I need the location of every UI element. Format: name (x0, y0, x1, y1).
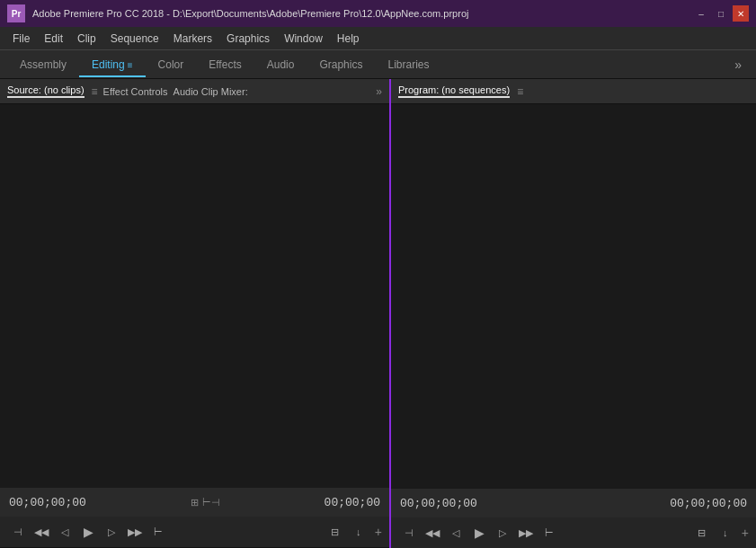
source-step-back-btn[interactable]: ◀◀ (31, 521, 52, 543)
workspace-more-btn[interactable]: » (727, 54, 749, 75)
menu-item-edit[interactable]: Edit (37, 31, 70, 47)
menu-item-markers[interactable]: Markers (166, 31, 219, 47)
maximize-button[interactable]: □ (713, 5, 729, 22)
program-timecode-left: 00;00;00;00 (400, 497, 477, 510)
program-go-in-btn[interactable]: ⊣ (398, 522, 420, 544)
source-play-back-btn[interactable]: ◁ (54, 521, 76, 543)
source-timecode-right: 00;00;00 (325, 496, 380, 509)
main-area: Source: (no clips) ≡ Effect Controls Aud… (0, 79, 756, 548)
title-bar: Pr Adobe Premiere Pro CC 2018 - D:\Expor… (0, 0, 756, 27)
source-overwrite-btn[interactable]: ↓ (348, 521, 369, 543)
source-play-fwd-btn[interactable]: ▷ (101, 521, 122, 543)
menu-item-file[interactable]: File (5, 31, 37, 47)
source-step-fwd-btn[interactable]: ▶▶ (124, 521, 146, 543)
effect-controls-tab[interactable]: Effect Controls (103, 86, 168, 97)
workspace-tab-active-icon: ≡ (128, 60, 133, 70)
source-timecode-left: 00;00;00;00 (9, 496, 86, 509)
program-play-fwd-btn[interactable]: ▷ (492, 522, 513, 544)
program-step-back-btn[interactable]: ◀◀ (422, 522, 443, 544)
source-go-out-btn[interactable]: ⊢ (147, 521, 169, 543)
left-panel: Source: (no clips) ≡ Effect Controls Aud… (0, 79, 391, 548)
program-title[interactable]: Program: (no sequences) (398, 84, 510, 98)
workspace-tab-libraries[interactable]: Libraries (375, 53, 441, 76)
menu-item-help[interactable]: Help (330, 31, 367, 47)
source-timecode-icon[interactable]: ⊢⊣ (202, 497, 220, 508)
workspace-tab-color[interactable]: Color (146, 53, 197, 76)
source-monitor: Source: (no clips) ≡ Effect Controls Aud… (0, 79, 389, 548)
source-menu-icon[interactable]: ≡ (92, 85, 98, 98)
program-play-back-btn[interactable]: ◁ (445, 522, 467, 544)
window-controls: – □ ✕ (693, 5, 749, 22)
minimize-button[interactable]: – (693, 5, 709, 22)
workspace-tab-assembly[interactable]: Assembly (7, 53, 79, 76)
menu-item-sequence[interactable]: Sequence (103, 31, 166, 47)
program-step-fwd-btn[interactable]: ▶▶ (515, 522, 537, 544)
source-play-btn[interactable]: ▶ (77, 521, 99, 543)
program-monitor-header: Program: (no sequences) ≡ (391, 79, 756, 104)
source-monitor-header: Source: (no clips) ≡ Effect Controls Aud… (0, 79, 389, 104)
source-add-btn[interactable]: + (375, 525, 382, 539)
workspace-tab-effects[interactable]: Effects (196, 53, 253, 76)
workspace-tab-audio[interactable]: Audio (254, 53, 307, 76)
source-monitor-view (0, 104, 389, 488)
source-insert-btn[interactable]: ⊟ (325, 521, 346, 543)
workspace-tab-graphics[interactable]: Graphics (307, 53, 375, 76)
program-add-btn[interactable]: + (742, 526, 749, 540)
source-fit-icon[interactable]: ⊞ (191, 497, 199, 508)
program-menu-icon[interactable]: ≡ (517, 85, 523, 98)
program-insert-btn[interactable]: ⊟ (691, 522, 713, 544)
program-overwrite-btn[interactable]: ↓ (715, 522, 736, 544)
program-monitor-view (391, 104, 756, 489)
source-go-in-btn[interactable]: ⊣ (7, 521, 29, 543)
menu-item-clip[interactable]: Clip (70, 31, 103, 47)
program-go-out-btn[interactable]: ⊢ (538, 522, 560, 544)
menu-bar: FileEditClipSequenceMarkersGraphicsWindo… (0, 27, 756, 50)
program-monitor-controls: ⊣ ◀◀ ◁ ▶ ▷ ▶▶ ⊢ ⊟ ↓ + (391, 517, 756, 548)
program-monitor: Program: (no sequences) ≡ 00;00;00;00 00… (391, 79, 756, 548)
close-button[interactable]: ✕ (733, 5, 749, 22)
workspace-bar: AssemblyEditing≡ColorEffectsAudioGraphic… (0, 50, 756, 79)
program-timecode-right: 00;00;00;00 (670, 497, 747, 510)
program-timecode-bar: 00;00;00;00 00;00;00;00 (391, 489, 756, 517)
source-monitor-controls: ⊣ ◀◀ ◁ ▶ ▷ ▶▶ ⊢ ⊟ ↓ + (0, 517, 389, 547)
audio-clip-mixer-tab[interactable]: Audio Clip Mixer: (173, 86, 248, 97)
program-play-btn[interactable]: ▶ (468, 522, 490, 544)
source-expand-btn[interactable]: » (376, 85, 382, 98)
menu-item-graphics[interactable]: Graphics (219, 31, 277, 47)
menu-item-window[interactable]: Window (277, 31, 330, 47)
workspace-tab-editing[interactable]: Editing≡ (79, 53, 146, 76)
source-timecode-bar: 00;00;00;00 ⊞ ⊢⊣ 00;00;00 (0, 488, 389, 517)
source-title[interactable]: Source: (no clips) (7, 84, 84, 98)
title-text: Adobe Premiere Pro CC 2018 - D:\Export\D… (32, 8, 693, 19)
app-logo: Pr (7, 4, 25, 22)
right-panel: Program: (no sequences) ≡ 00;00;00;00 00… (391, 79, 756, 548)
